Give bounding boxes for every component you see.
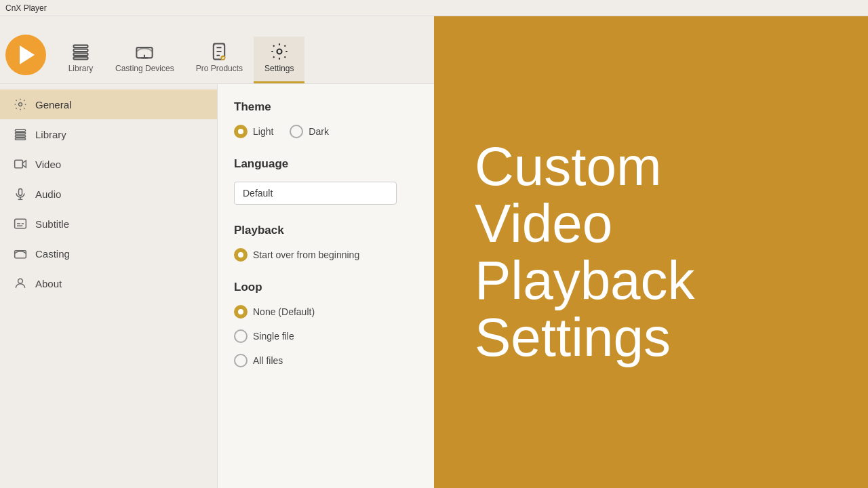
app-title: CnX Player [5, 3, 47, 13]
svg-point-7 [277, 49, 281, 54]
sidebar-item-audio[interactable]: Audio [0, 179, 217, 209]
about-icon [14, 277, 27, 290]
svg-point-8 [19, 103, 22, 106]
svg-rect-9 [16, 129, 26, 131]
sidebar-item-library[interactable]: Library [0, 119, 217, 149]
audio-icon [14, 187, 27, 201]
loop-all-label: All files [253, 355, 283, 366]
loop-none-option[interactable]: None (Default) [234, 305, 418, 319]
svg-rect-10 [16, 133, 26, 135]
library-icon [71, 42, 90, 61]
promo-line1: Custom [475, 138, 662, 195]
tab-casting-devices[interactable]: Casting Devices [104, 37, 185, 83]
loop-single-label: Single file [253, 331, 294, 342]
casting-devices-icon [135, 42, 154, 61]
theme-options: Light Dark [234, 125, 418, 138]
tab-library[interactable]: Library [57, 37, 104, 83]
promo-line4: Settings [475, 309, 671, 366]
svg-rect-2 [74, 53, 88, 56]
playback-start-over-label: Start over from beginning [253, 249, 359, 260]
general-icon [14, 98, 27, 111]
casting-icon [14, 247, 27, 260]
video-icon [14, 157, 27, 171]
loop-all-radio[interactable] [234, 354, 248, 367]
settings-icon [270, 42, 289, 61]
subtitle-icon [14, 217, 27, 230]
theme-dark-label: Dark [309, 126, 329, 137]
promo-line3: Playback [475, 252, 695, 309]
sidebar-item-about[interactable]: About [0, 268, 217, 298]
loop-single-radio[interactable] [234, 329, 248, 343]
tab-pro-products-label: Pro Products [196, 64, 243, 73]
sidebar-casting-label: Casting [35, 248, 70, 260]
library-sidebar-icon [14, 127, 27, 141]
svg-rect-1 [74, 49, 88, 52]
loop-none-label: None (Default) [253, 306, 315, 317]
settings-panel: Theme Light Dark Language Default Playba… [217, 84, 434, 488]
playback-start-over-option[interactable]: Start over from beginning [234, 248, 359, 262]
theme-dark-radio[interactable] [290, 125, 303, 138]
loop-none-radio[interactable] [234, 305, 248, 319]
pro-products-icon [210, 42, 229, 61]
sidebar-item-subtitle[interactable]: Subtitle [0, 209, 217, 239]
svg-rect-3 [74, 57, 88, 60]
sidebar-about-label: About [35, 278, 62, 289]
tab-library-label: Library [68, 64, 94, 73]
sidebar-item-video[interactable]: Video [0, 149, 217, 179]
theme-dark-option[interactable]: Dark [290, 125, 329, 138]
sidebar-audio-label: Audio [35, 188, 61, 200]
top-nav: Library Casting Devices Pro Prod [0, 16, 434, 84]
tab-casting-devices-label: Casting Devices [115, 64, 174, 73]
sidebar-item-casting[interactable]: Casting [0, 239, 217, 268]
theme-light-radio[interactable] [234, 125, 248, 138]
app-logo[interactable] [5, 35, 46, 75]
loop-all-option[interactable]: All files [234, 354, 418, 367]
sidebar-general-label: General [35, 99, 71, 110]
tab-pro-products[interactable]: Pro Products [185, 37, 254, 83]
play-icon [20, 45, 35, 64]
theme-title: Theme [234, 100, 418, 114]
sidebar: General Library Video [0, 84, 217, 488]
svg-point-19 [18, 279, 23, 283]
svg-rect-14 [19, 189, 22, 196]
svg-rect-13 [15, 160, 23, 168]
loop-title: Loop [234, 281, 418, 294]
loop-options: None (Default) Single file All files [234, 305, 418, 367]
theme-light-label: Light [253, 126, 273, 137]
svg-rect-0 [74, 45, 88, 48]
svg-rect-11 [16, 136, 26, 138]
tab-settings[interactable]: Settings [254, 37, 304, 83]
tab-settings-label: Settings [264, 64, 294, 73]
sidebar-subtitle-label: Subtitle [35, 218, 69, 230]
language-title: Language [234, 157, 418, 171]
sidebar-item-general[interactable]: General [0, 89, 217, 119]
sidebar-library-label: Library [35, 129, 66, 140]
language-dropdown[interactable]: Default [234, 182, 397, 205]
theme-light-option[interactable]: Light [234, 125, 273, 138]
loop-single-option[interactable]: Single file [234, 329, 418, 343]
playback-start-over-radio[interactable] [234, 248, 248, 262]
playback-title: Playback [234, 224, 418, 237]
svg-rect-12 [16, 138, 26, 140]
playback-options: Start over from beginning [234, 248, 418, 262]
promo-line2: Video [475, 195, 612, 252]
promo-panel: Custom Video Playback Settings [434, 16, 868, 488]
sidebar-video-label: Video [35, 159, 61, 170]
